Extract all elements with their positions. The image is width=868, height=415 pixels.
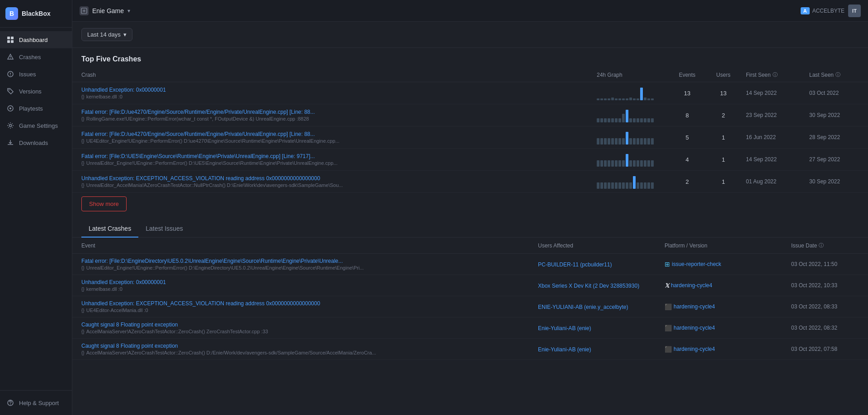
sidebar: B BlackBox Dashboard C <box>0 0 72 415</box>
user-link[interactable]: Enie-Yuliani-AB (enie) <box>538 325 591 331</box>
sidebar-item-game-settings[interactable]: Game Settings <box>0 117 72 134</box>
game-icon <box>80 6 89 15</box>
table-row: Fatal error: [File:D:/ue4270/Engine/Sour… <box>72 126 868 149</box>
sidebar-item-issues[interactable]: Issues <box>0 65 72 83</box>
crash-cell: Unhandled Exception: 0x00000001 {}kernel… <box>72 82 592 104</box>
sidebar-item-downloads[interactable]: Downloads <box>0 134 72 151</box>
time-filter-dropdown[interactable]: Last 14 days ▾ <box>81 28 132 41</box>
platform-version-col-header: Platform / Version <box>660 238 787 254</box>
platform-version-cell: ⬛ hardening-cycle4 <box>660 339 787 360</box>
users-col-header: Users <box>705 68 741 82</box>
crash-title-link[interactable]: Unhandled Exception: EXCEPTION_ACCESS_VI… <box>81 175 588 182</box>
svg-rect-0 <box>7 37 10 39</box>
first-seen-cell: 14 Sep 2022 <box>741 149 805 171</box>
user-link[interactable]: Xbox Series X Dev Kit (2 Dev 328853930) <box>538 283 639 289</box>
user-link[interactable]: ENIE-YULIANI-AB (enie.y_accelbyte) <box>538 304 628 310</box>
event-cell: Unhandled Exception: 0x00000001 {}kernel… <box>72 275 533 296</box>
users-cell: 1 <box>705 126 741 149</box>
help-icon <box>6 399 14 407</box>
events-cell: 5 <box>669 126 705 149</box>
top-crashes-table: Crash 24h Graph Events Users First Seenⓘ… <box>72 68 868 193</box>
last-seen-cell: 30 Sep 2022 <box>805 171 868 193</box>
main-area: Enie Game ▾ A ACCELBYTE IT Last 14 days … <box>72 0 868 415</box>
svg-point-12 <box>9 125 12 127</box>
sidebar-item-label: Issues <box>19 71 36 78</box>
sidebar-item-help-support[interactable]: Help & Support <box>0 394 72 411</box>
user-affected-cell: ENIE-YULIANI-AB (enie.y_accelbyte) <box>533 296 660 317</box>
table-row: Caught signal 8 Floating point exception… <box>72 339 868 360</box>
user-affected-cell: PC-BUILDER-11 (pcbuilder11) <box>533 254 660 275</box>
table-row: Fatal error: [File:D:/ue4270/Engine/Sour… <box>72 104 868 126</box>
event-title-link[interactable]: Fatal error: [File:D:\EngineDirectory\UE… <box>81 258 529 264</box>
sidebar-item-label: Crashes <box>19 54 41 61</box>
server-icon: ⬛ <box>665 325 672 331</box>
event-title-link[interactable]: Unhandled Exception: 0x00000001 <box>81 279 529 285</box>
version-link[interactable]: hardening-cycle4 <box>674 325 715 331</box>
sidebar-item-versions[interactable]: Versions <box>0 83 72 100</box>
user-link[interactable]: Enie-Yuliani-AB (enie) <box>538 346 591 353</box>
chevron-down-icon[interactable]: ▾ <box>127 8 130 14</box>
svg-point-8 <box>10 75 11 76</box>
show-more-button[interactable]: Show more <box>81 196 127 211</box>
server-icon: ⬛ <box>665 303 672 310</box>
tab-latest-crashes[interactable]: Latest Crashes <box>81 220 138 238</box>
event-cell: Caught signal 8 Floating point exception… <box>72 339 533 360</box>
svg-rect-2 <box>7 40 10 43</box>
crash-title-link[interactable]: Unhandled Exception: 0x00000001 <box>81 87 588 93</box>
table-row: Fatal error: [File:D:\UE5\Engine\Source\… <box>72 149 868 171</box>
platform-version-cell: ⬛ hardening-cycle4 <box>660 317 787 339</box>
last-seen-col-header: Last Seenⓘ <box>805 68 868 82</box>
header-game-name: Enie Game <box>92 7 124 14</box>
user-avatar[interactable]: IT <box>848 5 861 17</box>
event-title-link[interactable]: Caught signal 8 Floating point exception <box>81 343 529 349</box>
settings-icon <box>6 121 14 130</box>
version-link[interactable]: issue-reporter-check <box>672 261 721 267</box>
events-col-header: Events <box>669 68 705 82</box>
last-seen-cell: 27 Sep 2022 <box>805 149 868 171</box>
crash-title-link[interactable]: Fatal error: [File:D:\UE5\Engine\Source\… <box>81 153 588 159</box>
header-left: Enie Game ▾ <box>80 6 130 15</box>
events-cell: 2 <box>669 171 705 193</box>
svg-point-9 <box>9 89 9 90</box>
issue-date-cell: 03 Oct 2022, 07:58 <box>787 339 868 360</box>
version-link[interactable]: hardening-cycle4 <box>671 282 712 289</box>
issue-date-col-header: Issue Dateⓘ <box>787 238 868 254</box>
crash-cell: Unhandled Exception: EXCEPTION_ACCESS_VI… <box>72 171 592 193</box>
accel-badge: A ACCELBYTE <box>801 7 844 14</box>
chevron-down-icon: ▾ <box>123 31 127 38</box>
sidebar-item-playtests[interactable]: Playtests <box>0 100 72 117</box>
crash-title-link[interactable]: Fatal error: [File:D:/ue4270/Engine/Sour… <box>81 131 588 137</box>
tab-latest-issues[interactable]: Latest Issues <box>138 220 190 238</box>
sidebar-item-label: Playtests <box>19 105 43 112</box>
event-title-link[interactable]: Caught signal 8 Floating point exception <box>81 322 529 328</box>
event-cell: Caught signal 8 Floating point exception… <box>72 317 533 339</box>
platform-version-cell: ⊞ issue-reporter-check <box>660 254 787 275</box>
logo-icon: B <box>5 7 18 20</box>
user-link[interactable]: PC-BUILDER-11 (pcbuilder11) <box>538 261 612 268</box>
app-header: Enie Game ▾ A ACCELBYTE IT <box>72 0 868 22</box>
crash-title-link[interactable]: Fatal error: [File:D:/ue4270/Engine/Sour… <box>81 109 588 115</box>
users-cell: 1 <box>705 149 741 171</box>
users-affected-col-header: Users Affected <box>533 238 660 254</box>
users-cell: 13 <box>705 82 741 104</box>
first-seen-cell: 14 Sep 2022 <box>741 82 805 104</box>
users-cell: 1 <box>705 171 741 193</box>
sidebar-item-dashboard[interactable]: Dashboard <box>0 31 72 48</box>
version-link[interactable]: hardening-cycle4 <box>674 303 715 310</box>
latest-crashes-table: Event Users Affected Platform / Version … <box>72 238 868 360</box>
event-title-link[interactable]: Unhandled Exception: EXCEPTION_ACCESS_VI… <box>81 300 529 307</box>
sidebar-item-label: Dashboard <box>19 37 48 43</box>
graph-cell <box>592 104 669 126</box>
accel-label: ACCELBYTE <box>812 8 844 14</box>
table-row: Unhandled Exception: EXCEPTION_ACCESS_VI… <box>72 171 868 193</box>
crash-col-header: Crash <box>72 68 592 82</box>
user-affected-cell: Enie-Yuliani-AB (enie) <box>533 339 660 360</box>
sidebar-logo-text: BlackBox <box>22 10 51 17</box>
header-right: A ACCELBYTE IT <box>801 5 861 17</box>
last-seen-cell: 03 Oct 2022 <box>805 82 868 104</box>
download-icon <box>6 139 14 147</box>
version-link[interactable]: hardening-cycle4 <box>674 346 715 352</box>
table-row: Fatal error: [File:D:\EngineDirectory\UE… <box>72 254 868 275</box>
sidebar-item-crashes[interactable]: Crashes <box>0 48 72 65</box>
graph-cell <box>592 82 669 104</box>
